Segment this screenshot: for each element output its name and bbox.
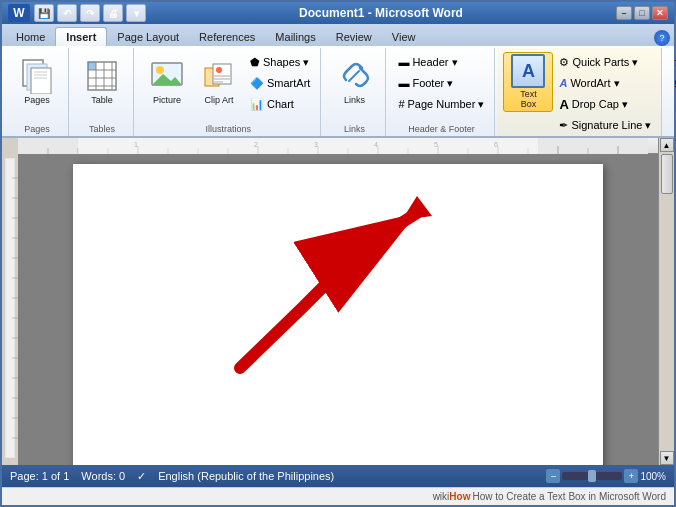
svg-point-19 xyxy=(216,67,222,73)
tab-page-layout[interactable]: Page Layout xyxy=(107,28,189,46)
header-button[interactable]: ▬ Header ▾ xyxy=(394,52,488,72)
equation-button[interactable]: π Equation ▾ xyxy=(670,52,676,72)
footer-button[interactable]: ▬ Footer ▾ xyxy=(394,73,488,93)
pages-button[interactable]: Pages xyxy=(12,52,62,112)
close-button[interactable]: ✕ xyxy=(652,6,668,20)
help-button[interactable]: ? xyxy=(654,30,670,46)
symbol-button[interactable]: Ω Symbol ▾ xyxy=(670,73,676,93)
svg-rect-13 xyxy=(88,62,96,70)
quick-access-extra[interactable]: ▾ xyxy=(126,4,146,22)
group-symbols: π Equation ▾ Ω Symbol ▾ Symbols xyxy=(664,48,676,136)
quick-parts-icon: ⚙ xyxy=(559,56,569,69)
group-links-content: Links xyxy=(329,50,379,122)
group-pages-content: Pages xyxy=(12,50,62,122)
chart-button[interactable]: 📊 Chart xyxy=(246,94,314,114)
group-pages-label: Pages xyxy=(12,122,62,136)
text-box-button[interactable]: A TextBox xyxy=(503,52,553,112)
clip-art-label: Clip Art xyxy=(204,96,233,106)
zoom-slider-thumb[interactable] xyxy=(588,470,596,482)
links-label: Links xyxy=(344,96,365,106)
zoom-out-button[interactable]: – xyxy=(546,469,560,483)
footer-label: Footer ▾ xyxy=(412,77,453,90)
ruler-top: 1 2 3 4 5 6 xyxy=(18,138,658,154)
group-illustrations: Picture Clip Art xyxy=(136,48,321,136)
wordart-icon: A xyxy=(559,77,567,89)
page-number-button[interactable]: # Page Number ▾ xyxy=(394,94,488,114)
page-info: Page: 1 of 1 xyxy=(10,470,69,482)
scroll-down-button[interactable]: ▼ xyxy=(660,451,674,465)
drop-cap-button[interactable]: A Drop Cap ▾ xyxy=(555,94,655,114)
signature-icon: ✒ xyxy=(559,119,568,132)
tab-mailings[interactable]: Mailings xyxy=(265,28,325,46)
zoom-slider[interactable] xyxy=(562,472,622,480)
wordart-label: WordArt ▾ xyxy=(570,77,619,90)
group-tables-label: Tables xyxy=(77,122,127,136)
chart-icon: 📊 xyxy=(250,98,264,111)
tab-home[interactable]: Home xyxy=(6,28,55,46)
group-hf-label: Header & Footer xyxy=(394,122,488,136)
minimize-button[interactable]: – xyxy=(616,6,632,20)
drop-cap-icon: A xyxy=(559,97,568,112)
quick-parts-button[interactable]: ⚙ Quick Parts ▾ xyxy=(555,52,655,72)
scroll-thumb[interactable] xyxy=(661,154,673,194)
doc-container: 1 2 3 4 5 6 xyxy=(18,138,658,465)
pages-label: Pages xyxy=(24,96,50,106)
document-page[interactable] xyxy=(73,164,603,465)
wikihow-prefix: wiki xyxy=(433,491,450,502)
ribbon: Pages Pages xyxy=(2,46,674,138)
group-illustrations-label: Illustrations xyxy=(142,122,314,136)
clip-art-button[interactable]: Clip Art xyxy=(194,52,244,112)
group-links-label: Links xyxy=(329,122,379,136)
window-controls: – □ ✕ xyxy=(616,6,668,20)
tab-view[interactable]: View xyxy=(382,28,426,46)
wikihow-bar: wiki How How to Create a Text Box in Mic… xyxy=(2,487,674,505)
ruler-left xyxy=(2,138,18,465)
shapes-button[interactable]: ⬟ Shapes ▾ xyxy=(246,52,314,72)
zoom-in-button[interactable]: + xyxy=(624,469,638,483)
wordart-button[interactable]: A WordArt ▾ xyxy=(555,73,655,93)
quick-access-print[interactable]: 🖨 xyxy=(103,4,123,22)
title-bar: W 💾 ↶ ↷ 🖨 ▾ Document1 - Microsoft Word –… xyxy=(2,2,674,24)
page-number-label: Page Number ▾ xyxy=(408,98,485,111)
illustrations-small-col: ⬟ Shapes ▾ 🔷 SmartArt 📊 Chart xyxy=(246,52,314,114)
group-symbols-label: Symbols xyxy=(670,122,676,136)
links-button[interactable]: Links xyxy=(329,52,379,112)
tab-review[interactable]: Review xyxy=(326,28,382,46)
group-links: Links Links xyxy=(323,48,386,136)
group-tables-content: Table xyxy=(77,50,127,122)
group-illustrations-content: Picture Clip Art xyxy=(142,50,314,122)
table-label: Table xyxy=(91,96,113,106)
language: English (Republic of the Philippines) xyxy=(158,470,334,482)
text-box-graphic: A xyxy=(511,54,545,88)
tab-insert[interactable]: Insert xyxy=(55,27,107,46)
quick-access-save[interactable]: 💾 xyxy=(34,4,54,22)
scroll-up-button[interactable]: ▲ xyxy=(660,138,674,152)
group-header-footer: ▬ Header ▾ ▬ Footer ▾ # Page Number ▾ He… xyxy=(388,48,495,136)
table-button[interactable]: Table xyxy=(77,52,127,112)
maximize-button[interactable]: □ xyxy=(634,6,650,20)
doc-scroll-area[interactable] xyxy=(18,154,658,465)
wikihow-text: How to Create a Text Box in Microsoft Wo… xyxy=(472,491,666,502)
symbols-small-col: π Equation ▾ Ω Symbol ▾ xyxy=(670,52,676,93)
quick-access-undo[interactable]: ↶ xyxy=(57,4,77,22)
svg-rect-68 xyxy=(78,138,538,154)
quick-access-redo[interactable]: ↷ xyxy=(80,4,100,22)
chart-label: Chart xyxy=(267,98,294,110)
drop-cap-label: Drop Cap ▾ xyxy=(572,98,628,111)
ribbon-tabs: Home Insert Page Layout References Maili… xyxy=(2,24,674,46)
group-tables: Table Tables xyxy=(71,48,134,136)
signature-line-button[interactable]: ✒ Signature Line ▾ xyxy=(555,115,655,135)
tab-references[interactable]: References xyxy=(189,28,265,46)
shapes-icon: ⬟ xyxy=(250,56,260,69)
svg-rect-25 xyxy=(5,158,15,458)
quick-parts-label: Quick Parts ▾ xyxy=(572,56,638,69)
header-icon: ▬ xyxy=(398,56,409,68)
svg-point-15 xyxy=(156,66,164,74)
smartart-button[interactable]: 🔷 SmartArt xyxy=(246,73,314,93)
group-text: A TextBox ⚙ Quick Parts ▾ A WordArt ▾ A xyxy=(497,48,662,136)
picture-button[interactable]: Picture xyxy=(142,52,192,112)
group-hf-content: ▬ Header ▾ ▬ Footer ▾ # Page Number ▾ xyxy=(394,50,488,122)
window-title: Document1 - Microsoft Word xyxy=(299,6,463,20)
document-area: 1 2 3 4 5 6 ▲ ▼ xyxy=(2,138,674,465)
spell-check-icon: ✓ xyxy=(137,470,146,483)
